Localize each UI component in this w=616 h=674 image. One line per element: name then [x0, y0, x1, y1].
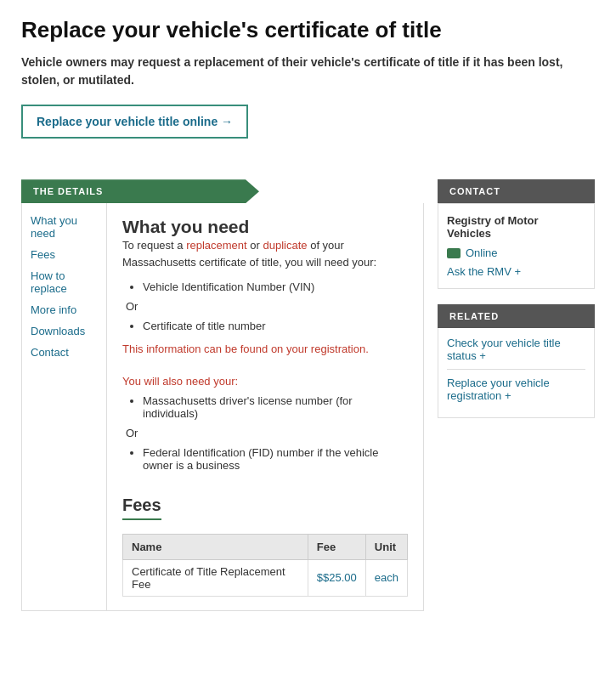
related-box: Check your vehicle title status + Replac… — [438, 328, 595, 418]
related-link-title-status[interactable]: Check your vehicle title status + — [447, 337, 585, 370]
contact-org-name: Registry of Motor Vehicles — [447, 214, 585, 240]
related-link-registration[interactable]: Replace your vehicle registration + — [447, 377, 585, 409]
section-title: What you need — [122, 217, 408, 237]
fees-section: Fees Name Fee Unit Certificate of Title … — [122, 496, 408, 597]
monitor-icon — [447, 248, 461, 258]
fees-table: Name Fee Unit Certificate of Title Repla… — [122, 534, 408, 597]
sidebar-item-contact[interactable]: Contact — [22, 342, 106, 363]
details-header: THE DETAILS — [21, 179, 259, 203]
col-name: Name — [123, 534, 308, 559]
bullet-list-1: Vehicle Identification Number (VIN) — [122, 280, 408, 293]
col-fee: Fee — [308, 534, 365, 559]
also-need-text: You will also need your: — [122, 375, 408, 388]
fees-title: Fees — [122, 496, 161, 520]
sidebar-nav: What you need Fees How to replace More i… — [22, 203, 107, 610]
main-content: What you need To request a replacement o… — [107, 203, 423, 610]
page-title: Replace your vehicle's certificate of ti… — [21, 17, 595, 43]
intro-text: To request a replacement or duplicate of… — [122, 237, 408, 270]
fee-amount: $$25.00 — [308, 559, 365, 596]
contact-box: Registry of Motor Vehicles Online Ask th… — [438, 203, 595, 289]
or-text-1: Or — [122, 300, 408, 313]
bullet-list-2: Certificate of title number — [122, 320, 408, 332]
sidebar-item-fees[interactable]: Fees — [22, 244, 106, 265]
sidebar-item-what-you-need[interactable]: What you need — [22, 210, 106, 244]
bullet-list-3: Massachusetts driver's license number (f… — [122, 394, 408, 420]
right-column: CONTACT Registry of Motor Vehicles Onlin… — [438, 179, 595, 611]
contact-header: CONTACT — [438, 179, 595, 203]
sidebar-item-more-info[interactable]: More info — [22, 299, 106, 320]
col-unit: Unit — [365, 534, 407, 559]
sidebar-item-how-to-replace[interactable]: How to replace — [22, 265, 106, 299]
sidebar-item-downloads[interactable]: Downloads — [22, 320, 106, 342]
contact-online-row: Online — [447, 246, 585, 259]
bullet-list-4: Federal Identification (FID) number if t… — [122, 446, 408, 472]
related-header: RELATED — [438, 304, 595, 328]
ask-rmv-link[interactable]: Ask the RMV + — [447, 265, 521, 278]
online-label: Online — [466, 246, 498, 259]
fee-name: Certificate of Title Replacement Fee — [123, 559, 308, 596]
info-note: This information can be found on your re… — [122, 341, 408, 358]
list-item: Certificate of title number — [143, 320, 408, 332]
table-row: Certificate of Title Replacement Fee $$2… — [123, 559, 408, 596]
fee-unit: each — [365, 559, 407, 596]
online-button[interactable]: Replace your vehicle title online → — [21, 105, 248, 139]
list-item: Massachusetts driver's license number (f… — [143, 394, 408, 420]
arrow-icon: → — [221, 115, 233, 128]
or-text-2: Or — [122, 427, 408, 439]
list-item: Vehicle Identification Number (VIN) — [143, 280, 408, 293]
page-subtitle: Vehicle owners may request a replacement… — [21, 54, 595, 89]
list-item: Federal Identification (FID) number if t… — [143, 446, 408, 472]
